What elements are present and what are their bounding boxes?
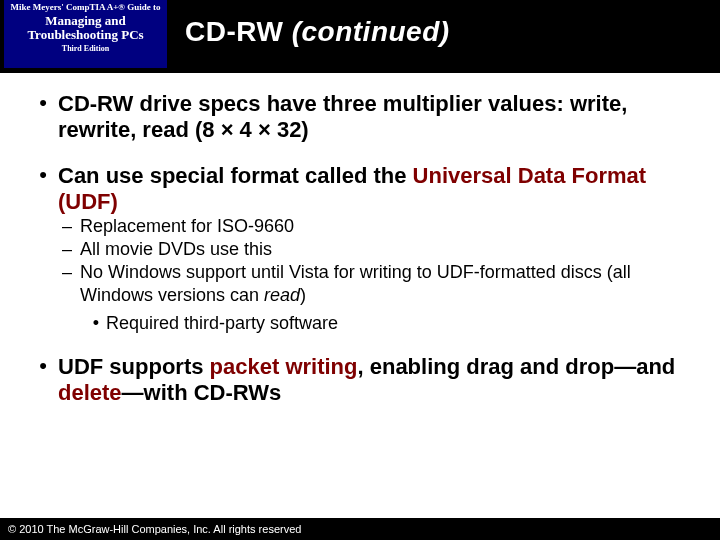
sub3-post: ) (300, 285, 306, 305)
badge-line-1: Mike Meyers' CompTIA A+® Guide to (6, 3, 165, 12)
sub-item-2: – All movie DVDs use this (58, 238, 692, 261)
sub-sub-text: Required third-party software (106, 313, 692, 334)
sub-list: – Replacement for ISO-9660 – All movie D… (58, 215, 692, 307)
b3-accent-1: packet writing (210, 354, 358, 379)
b3-accent-2: delete (58, 380, 122, 405)
dash-icon: – (58, 238, 80, 261)
bullet-icon: • (28, 91, 58, 143)
sub3-ital: read (264, 285, 300, 305)
slide-body: • CD-RW drive specs have three multiplie… (0, 73, 720, 406)
bullet-2-pre: Can use special format called the (58, 163, 413, 188)
bullet-icon: • (86, 313, 106, 334)
slide-header: Mike Meyers' CompTIA A+® Guide to Managi… (0, 0, 720, 73)
sub-item-2-text: All movie DVDs use this (80, 238, 692, 261)
b3-pre: UDF supports (58, 354, 210, 379)
bullet-1: • CD-RW drive specs have three multiplie… (28, 91, 692, 143)
bullet-3-text: UDF supports packet writing, enabling dr… (58, 354, 692, 406)
bullet-2: • Can use special format called the Univ… (28, 163, 692, 334)
slide-footer: © 2010 The McGraw-Hill Companies, Inc. A… (0, 518, 720, 540)
sub-item-1-text: Replacement for ISO-9660 (80, 215, 692, 238)
bullet-list: • CD-RW drive specs have three multiplie… (28, 91, 692, 406)
b3-post: —with CD-RWs (122, 380, 282, 405)
title-main: CD-RW (185, 16, 292, 47)
bullet-3: • UDF supports packet writing, enabling … (28, 354, 692, 406)
bullet-icon: • (28, 163, 58, 215)
title-paren: (continued) (292, 16, 450, 47)
bullet-icon: • (28, 354, 58, 406)
sub3-pre: No Windows support until Vista for writi… (80, 262, 631, 305)
b3-mid: , enabling drag and drop—and (357, 354, 675, 379)
dash-icon: – (58, 261, 80, 307)
sub-item-3-text: No Windows support until Vista for writi… (80, 261, 692, 307)
sub-sub-item: • Required third-party software (86, 313, 692, 334)
bullet-1-text: CD-RW drive specs have three multiplier … (58, 91, 692, 143)
dash-icon: – (58, 215, 80, 238)
slide: Mike Meyers' CompTIA A+® Guide to Managi… (0, 0, 720, 540)
slide-title: CD-RW (continued) (167, 0, 720, 48)
sub-sub-list: • Required third-party software (86, 313, 692, 334)
sub-item-1: – Replacement for ISO-9660 (58, 215, 692, 238)
book-badge: Mike Meyers' CompTIA A+® Guide to Managi… (4, 0, 167, 68)
bullet-2-text: Can use special format called the Univer… (58, 163, 692, 215)
copyright-text: © 2010 The McGraw-Hill Companies, Inc. A… (8, 523, 301, 535)
sub-item-3: – No Windows support until Vista for wri… (58, 261, 692, 307)
badge-line-2: Managing and Troubleshooting PCs (6, 14, 165, 41)
badge-line-3: Third Edition (6, 45, 165, 53)
